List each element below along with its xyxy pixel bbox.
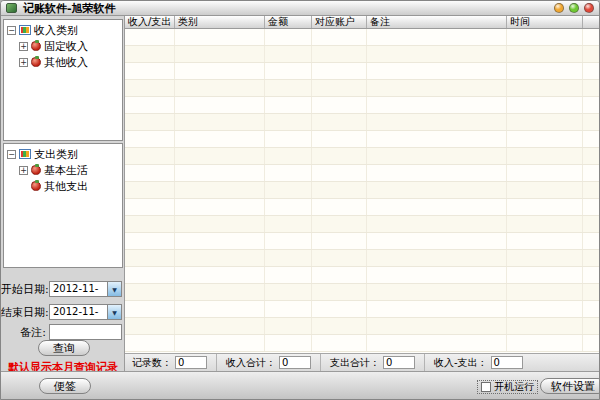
table-row [125,148,599,165]
tree-item[interactable]: +其他支出 [4,178,122,194]
records-panel: 收入/支出类别金额对应账户备注时间 记录数： 0 收入合计： 0 支出合计： 0… [125,16,599,371]
table-cell [175,80,265,96]
table-row [125,46,599,63]
autorun-option[interactable]: 开机运行 [477,380,538,394]
tree-root-label: 收入类别 [34,23,78,38]
table-cell [583,63,599,79]
table-cell [265,165,312,181]
table-cell [583,284,599,300]
column-header[interactable]: 类别 [175,16,265,28]
table-cell [125,233,175,249]
table-cell [175,165,265,181]
column-header[interactable]: 收入/支出 [125,16,175,28]
tree-item-label: 基本生活 [44,163,88,178]
table-cell [175,267,265,283]
net-label: 收入-支出： [434,356,488,370]
table-cell [367,216,507,232]
table-cell [312,165,367,181]
table-cell [175,46,265,62]
table-cell [367,233,507,249]
table-row [125,63,599,80]
table-cell [367,284,507,300]
chevron-down-icon[interactable]: ▼ [107,282,121,296]
expense-category-tree: − 支出类别 +基本生活+其他支出 [3,143,123,268]
table-cell [312,318,367,334]
table-cell [367,250,507,266]
income-total-value: 0 [279,356,311,369]
table-cell [125,335,175,351]
expense-tree-items: +基本生活+其他支出 [4,162,122,194]
expand-icon[interactable]: + [19,58,28,67]
table-body [125,29,599,353]
table-cell [125,114,175,130]
table-row [125,80,599,97]
table-cell [312,80,367,96]
table-row [125,182,599,199]
table-cell [312,284,367,300]
table-header: 收入/支出类别金额对应账户备注时间 [125,16,599,29]
memo-button[interactable]: 便签 [39,378,91,394]
table-cell [312,335,367,351]
end-date-select[interactable]: 2012-11-06 ▼ [49,304,122,320]
tree-item[interactable]: +其他收入 [4,54,122,70]
tree-item[interactable]: +固定收入 [4,38,122,54]
table-cell [312,216,367,232]
income-total-label: 收入合计： [226,356,276,370]
tree-item-label: 其他支出 [44,179,88,194]
table-cell [583,318,599,334]
sidebar: − 收入类别 +固定收入+其他收入 − 支出类别 +基本生活+其他支出 开始日期… [1,16,125,371]
close-button[interactable] [584,3,594,13]
remark-label: 备注: [1,325,46,340]
remark-input[interactable] [49,324,122,340]
table-cell [367,182,507,198]
table-cell [125,148,175,164]
table-cell [583,182,599,198]
query-button[interactable]: 查询 [38,340,90,356]
column-header[interactable]: 备注 [367,16,507,28]
table-cell [583,267,599,283]
end-date-label: 结束日期: [1,305,46,320]
divider [424,354,425,371]
tree-item[interactable]: +基本生活 [4,162,122,178]
title-bar[interactable]: 记账软件-旭荣软件 [1,1,599,16]
table-cell [583,233,599,249]
table-row [125,97,599,114]
expand-icon[interactable]: + [19,166,28,175]
table-cell [507,318,583,334]
tree-root-expense[interactable]: − 支出类别 [4,146,122,162]
table-cell [507,267,583,283]
settings-button[interactable]: 软件设置 [540,378,600,394]
table-cell [265,301,312,317]
table-cell [507,97,583,113]
table-cell [125,80,175,96]
table-cell [265,318,312,334]
table-cell [583,335,599,351]
collapse-icon[interactable]: − [7,150,16,159]
table-cell [507,216,583,232]
table-cell [507,46,583,62]
column-header[interactable]: 时间 [507,16,583,28]
minimize-button[interactable] [554,3,564,13]
table-cell [125,199,175,215]
start-date-value: 2012-11-01 [50,282,107,296]
expand-icon[interactable]: + [19,42,28,51]
table-cell [312,131,367,147]
table-cell [507,148,583,164]
chevron-down-icon[interactable]: ▼ [107,305,121,319]
chart-icon [19,25,31,35]
column-header[interactable]: 对应账户 [312,16,367,28]
autorun-checkbox[interactable] [481,382,491,392]
table-cell [175,284,265,300]
table-cell [312,233,367,249]
table-cell [175,216,265,232]
tree-root-income[interactable]: − 收入类别 [4,22,122,38]
start-date-select[interactable]: 2012-11-01 ▼ [49,281,122,297]
column-header[interactable]: 金额 [265,16,312,28]
table-cell [125,284,175,300]
table-cell [507,199,583,215]
table-cell [175,182,265,198]
table-cell [265,284,312,300]
table-cell [507,335,583,351]
maximize-button[interactable] [569,3,579,13]
collapse-icon[interactable]: − [7,26,16,35]
